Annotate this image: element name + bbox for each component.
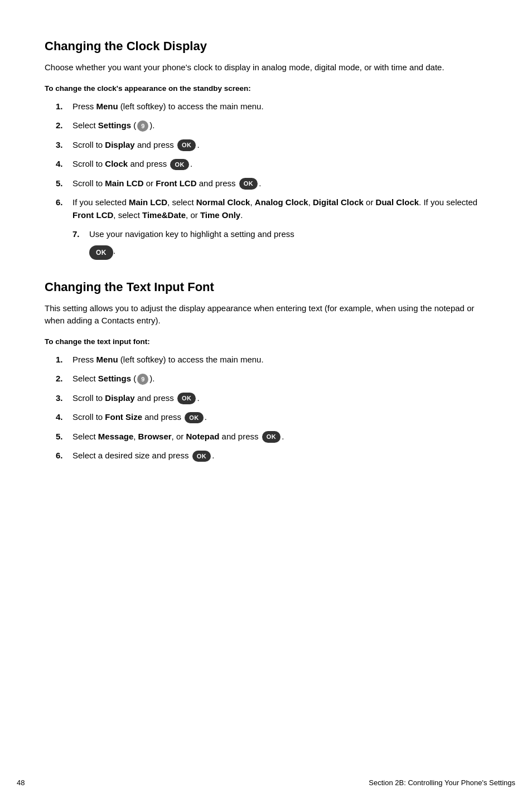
bold-clock: Clock [105, 159, 128, 168]
step-2-2: 2. Select Settings (9). [56, 373, 487, 385]
ok-badge: OK [177, 393, 196, 404]
step-content: If you selected Main LCD, select Normal … [72, 196, 487, 221]
step-num: 5. [56, 177, 72, 190]
step-content: Select Message, Browser, or Notepad and … [72, 431, 487, 443]
step-1-7: 7. Use your navigation key to highlight … [56, 228, 487, 260]
footer-page-number: 48 [17, 778, 25, 787]
step-content: Select Settings (9). [72, 373, 487, 385]
bold-analog-clock: Analog Clock [255, 197, 308, 207]
step-num: 1. [56, 354, 72, 366]
bold-front-lcd2: Front LCD [72, 210, 113, 220]
bold-display: Display [105, 393, 134, 403]
section2-label: To change the text input font: [45, 337, 487, 346]
step-num: 3. [56, 139, 72, 152]
step-1-6: 6. If you selected Main LCD, select Norm… [56, 196, 487, 221]
page-content: Changing the Clock Display Choose whethe… [0, 0, 532, 502]
step-2-5: 5. Select Message, Browser, or Notepad a… [56, 431, 487, 443]
ok-badge: OK [262, 431, 281, 443]
ok-badge: OK [185, 412, 204, 424]
bold-message: Message [98, 432, 133, 441]
step-content: Select Settings (9). [72, 119, 487, 132]
step-1-3: 3. Scroll to Display and press OK. [56, 139, 487, 152]
bold-notepad: Notepad [186, 432, 219, 441]
bold-digital-clock: Digital Clock [313, 197, 364, 207]
step-1-2: 2. Select Settings (9). [56, 119, 487, 132]
step-content: Press Menu (left softkey) to access the … [72, 100, 487, 113]
ok-badge: OK [177, 139, 196, 151]
bold-time-date: Time&Date [142, 210, 186, 220]
section1-label: To change the clock's appearance on the … [45, 84, 487, 93]
step-num: 4. [56, 158, 72, 171]
bold-display: Display [105, 140, 134, 149]
step-num: 7. [72, 228, 89, 241]
step-num: 6. [56, 196, 72, 209]
num-badge-9: 9 [137, 374, 148, 385]
step-content: Scroll to Main LCD or Front LCD and pres… [72, 177, 487, 190]
ok-badge-large: OK [89, 245, 113, 260]
step-content: Scroll to Display and press OK. [72, 139, 487, 152]
step-2-3: 3. Scroll to Display and press OK. [56, 392, 487, 405]
step-1-4: 4. Scroll to Clock and press OK. [56, 158, 487, 171]
footer: 48 Section 2B: Controlling Your Phone's … [0, 778, 532, 787]
step-num: 4. [56, 411, 72, 424]
section1-steps: 1. Press Menu (left softkey) to access t… [56, 100, 487, 260]
section2-title: Changing the Text Input Font [45, 280, 487, 294]
ok-badge: OK [170, 159, 189, 171]
step-num: 2. [56, 119, 72, 132]
step-1-1: 1. Press Menu (left softkey) to access t… [56, 100, 487, 113]
step-content: Scroll to Display and press OK. [72, 392, 487, 405]
bold-normal-clock: Normal Clock [196, 197, 250, 207]
bold-front-lcd: Front LCD [156, 178, 196, 188]
step-content: Select a desired size and press OK. [72, 449, 487, 462]
step-content: Scroll to Clock and press OK. [72, 158, 487, 171]
bold-browser: Browser [138, 432, 172, 441]
step-num: 5. [56, 431, 72, 443]
bold-menu: Menu [96, 101, 118, 111]
ok-badge: OK [192, 451, 211, 462]
step-content: Scroll to Font Size and press OK. [72, 411, 487, 424]
step-num: 1. [56, 100, 72, 113]
section1-title: Changing the Clock Display [45, 39, 487, 54]
step-content: Use your navigation key to highlight a s… [89, 228, 294, 241]
bold-time-only: Time Only [200, 210, 240, 220]
section2-intro: This setting allows you to adjust the di… [45, 302, 487, 327]
num-badge-9: 9 [137, 120, 148, 132]
step-1-5: 5. Scroll to Main LCD or Front LCD and p… [56, 177, 487, 190]
step-num: 3. [56, 392, 72, 405]
bold-menu: Menu [96, 355, 118, 364]
bold-font-size: Font Size [105, 412, 142, 422]
footer-section-title: Section 2B: Controlling Your Phone's Set… [369, 778, 515, 787]
step-2-4: 4. Scroll to Font Size and press OK. [56, 411, 487, 424]
step-num: 2. [56, 373, 72, 385]
bold-main-lcd: Main LCD [105, 178, 143, 188]
bold-dual-clock: Dual Clock [376, 197, 419, 207]
bold-settings: Settings [98, 374, 131, 383]
section2-steps: 1. Press Menu (left softkey) to access t… [56, 354, 487, 462]
bold-main-lcd2: Main LCD [129, 197, 167, 207]
step-content: Press Menu (left softkey) to access the … [72, 354, 487, 366]
step-2-1: 1. Press Menu (left softkey) to access t… [56, 354, 487, 366]
ok-badge: OK [239, 178, 258, 190]
step-num: 6. [56, 449, 72, 462]
step-2-6: 6. Select a desired size and press OK. [56, 449, 487, 462]
bold-settings: Settings [98, 120, 131, 130]
section1-intro: Choose whether you want your phone's clo… [45, 61, 487, 74]
